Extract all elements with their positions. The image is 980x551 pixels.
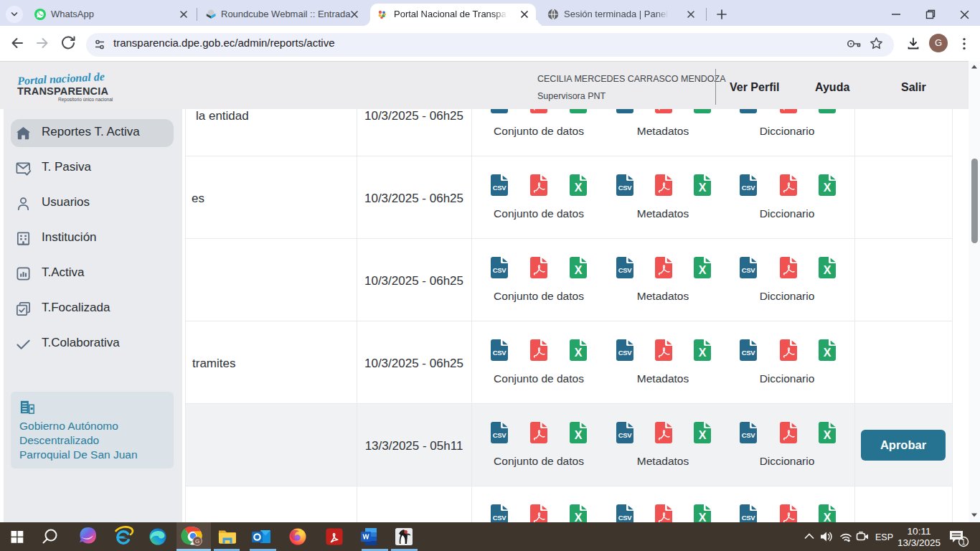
svg-text:1: 1 [961, 537, 966, 546]
svg-text:G: G [195, 538, 199, 545]
